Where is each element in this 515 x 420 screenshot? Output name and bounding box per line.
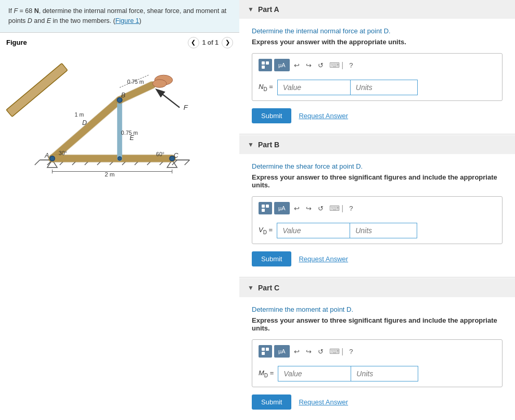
svg-rect-55 bbox=[262, 352, 265, 355]
part-b-value-input[interactable] bbox=[277, 223, 350, 238]
problem-text: If F = 68 N, determine the internal norm… bbox=[8, 7, 226, 24]
toolbar-sep-b: ⌨ | bbox=[328, 204, 345, 212]
toolbar-sep-a: ⌨ | bbox=[328, 61, 345, 69]
help-button-c[interactable]: ? bbox=[347, 345, 355, 358]
svg-line-13 bbox=[185, 160, 190, 165]
part-a-header[interactable]: ▼ Part A bbox=[239, 0, 515, 19]
figure-svg: F A B C D E 0.75 m bbox=[0, 53, 239, 177]
figure-canvas: F A B C D E 0.75 m bbox=[0, 53, 239, 177]
part-a-instruction: Express your answer with the appropriate… bbox=[252, 38, 503, 46]
part-b-label: VD = bbox=[259, 226, 273, 235]
part-a-body: Determine the internal normal force at p… bbox=[239, 19, 515, 134]
part-b-answer-row: VD = bbox=[259, 223, 496, 238]
grid-icon-button-a[interactable] bbox=[259, 59, 272, 71]
part-b-units-input[interactable] bbox=[350, 223, 417, 238]
part-b-header[interactable]: ▼ Part B bbox=[239, 135, 515, 154]
svg-text:C: C bbox=[174, 151, 179, 159]
part-c-label: Part C bbox=[258, 284, 279, 292]
part-section-b: ▼ Part B Determine the shear force at po… bbox=[239, 135, 515, 277]
part-c-units-input[interactable] bbox=[351, 366, 418, 381]
part-c-value-input[interactable] bbox=[278, 366, 351, 381]
part-b-request-answer[interactable]: Request Answer bbox=[299, 255, 348, 263]
part-a-question: Determine the internal normal force at p… bbox=[252, 27, 503, 35]
collapse-arrow-a: ▼ bbox=[248, 6, 254, 13]
figure-label: Figure bbox=[6, 39, 27, 46]
part-b-actions: Submit Request Answer bbox=[252, 251, 503, 266]
part-b-input-box: μA ↩ ↪ ↺ ⌨ | ? VD = bbox=[252, 196, 503, 244]
svg-text:2 m: 2 m bbox=[105, 171, 114, 177]
refresh-button-b[interactable]: ↺ bbox=[316, 202, 326, 214]
part-a-value-input[interactable] bbox=[277, 80, 350, 95]
figure-section: Figure ❮ 1 of 1 ❯ bbox=[0, 33, 239, 421]
figure-next-button[interactable]: ❯ bbox=[222, 37, 233, 48]
svg-rect-49 bbox=[262, 66, 265, 69]
part-a-input-box: μA ↩ ↪ ↺ ⌨ | ? ND = bbox=[252, 53, 503, 101]
left-panel: If F = 68 N, determine the internal norm… bbox=[0, 0, 239, 420]
figure-prev-button[interactable]: ❮ bbox=[188, 37, 199, 48]
figure-header: Figure ❮ 1 of 1 ❯ bbox=[0, 33, 239, 53]
redo-button-a[interactable]: ↪ bbox=[304, 59, 314, 71]
part-a-toolbar: μA ↩ ↪ ↺ ⌨ | ? bbox=[259, 59, 496, 74]
part-a-label: Part A bbox=[258, 5, 279, 14]
redo-button-c[interactable]: ↪ bbox=[304, 345, 314, 358]
svg-line-24 bbox=[157, 90, 179, 108]
part-c-header[interactable]: ▼ Part C bbox=[239, 278, 515, 297]
part-c-answer-row: MD = bbox=[259, 366, 496, 381]
part-c-actions: Submit Request Answer bbox=[252, 394, 503, 410]
part-c-label: MD = bbox=[259, 369, 274, 378]
refresh-button-c[interactable]: ↺ bbox=[316, 345, 326, 358]
part-b-submit-button[interactable]: Submit bbox=[252, 251, 291, 266]
part-c-body: Determine the moment at point D. Express… bbox=[239, 297, 515, 420]
part-a-request-answer[interactable]: Request Answer bbox=[299, 112, 348, 120]
help-button-b[interactable]: ? bbox=[347, 202, 355, 214]
svg-text:F: F bbox=[184, 104, 188, 111]
undo-button-b[interactable]: ↩ bbox=[292, 202, 302, 214]
part-a-units-input[interactable] bbox=[350, 80, 418, 95]
right-panel: ▼ Part A Determine the internal normal f… bbox=[239, 0, 515, 420]
svg-rect-52 bbox=[262, 209, 265, 212]
help-button-a[interactable]: ? bbox=[347, 59, 355, 71]
svg-text:1 m: 1 m bbox=[75, 111, 84, 117]
svg-text:D: D bbox=[82, 119, 87, 126]
part-c-submit-button[interactable]: Submit bbox=[252, 394, 291, 410]
grid-icon-button-b[interactable] bbox=[259, 202, 272, 214]
svg-text:0.75 m: 0.75 m bbox=[121, 130, 138, 136]
part-section-a: ▼ Part A Determine the internal normal f… bbox=[239, 0, 515, 134]
part-c-request-answer[interactable]: Request Answer bbox=[299, 398, 348, 406]
svg-rect-48 bbox=[266, 61, 269, 65]
mu-button-b[interactable]: μA bbox=[274, 202, 290, 214]
part-a-actions: Submit Request Answer bbox=[252, 108, 503, 123]
svg-point-31 bbox=[118, 156, 122, 160]
part-b-label: Part B bbox=[258, 141, 279, 149]
grid-icon-button-c[interactable] bbox=[259, 345, 272, 358]
svg-rect-50 bbox=[262, 205, 265, 208]
part-a-label: ND = bbox=[259, 83, 273, 92]
refresh-button-a[interactable]: ↺ bbox=[316, 59, 326, 71]
part-b-body: Determine the shear force at point D. Ex… bbox=[239, 154, 515, 277]
part-a-answer-row: ND = bbox=[259, 80, 496, 95]
svg-text:60°: 60° bbox=[156, 150, 164, 157]
part-b-question: Determine the shear force at point D. bbox=[252, 162, 503, 170]
mu-button-c[interactable]: μA bbox=[274, 345, 290, 358]
undo-button-c[interactable]: ↩ bbox=[292, 345, 302, 358]
toolbar-sep-c: ⌨ | bbox=[328, 347, 345, 355]
redo-button-b[interactable]: ↪ bbox=[304, 202, 314, 214]
svg-rect-54 bbox=[266, 348, 269, 351]
svg-text:B: B bbox=[121, 92, 125, 99]
part-section-c: ▼ Part C Determine the moment at point D… bbox=[239, 278, 515, 420]
mu-button-a[interactable]: μA bbox=[274, 59, 290, 71]
part-b-toolbar: μA ↩ ↪ ↺ ⌨ | ? bbox=[259, 202, 496, 218]
svg-line-1 bbox=[35, 160, 40, 165]
svg-rect-53 bbox=[262, 348, 265, 351]
problem-statement: If F = 68 N, determine the internal norm… bbox=[0, 0, 239, 33]
part-a-submit-button[interactable]: Submit bbox=[252, 108, 291, 123]
part-c-toolbar: μA ↩ ↪ ↺ ⌨ | ? bbox=[259, 345, 496, 361]
figure-link[interactable]: Figure 1 bbox=[115, 17, 139, 24]
undo-button-a[interactable]: ↩ bbox=[292, 59, 302, 71]
collapse-arrow-c: ▼ bbox=[248, 284, 254, 291]
figure-nav-text: 1 of 1 bbox=[202, 39, 218, 46]
svg-point-28 bbox=[50, 156, 55, 161]
part-b-instruction: Express your answer to three significant… bbox=[252, 173, 503, 189]
part-c-instruction: Express your answer to three significant… bbox=[252, 316, 503, 332]
part-c-input-box: μA ↩ ↪ ↺ ⌨ | ? MD = bbox=[252, 339, 503, 387]
